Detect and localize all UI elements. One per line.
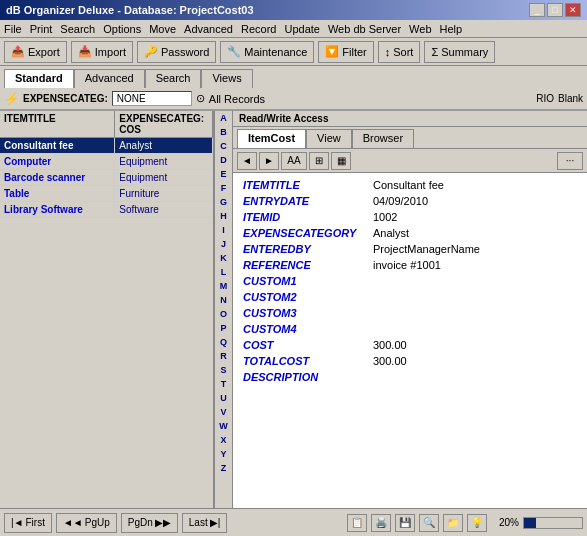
text-size-button[interactable]: AA <box>281 152 307 170</box>
blank-label: Blank <box>558 93 583 104</box>
maximize-button[interactable]: □ <box>547 3 563 17</box>
first-icon: |◄ <box>11 517 24 528</box>
field-label: ENTEREDBY <box>243 243 373 255</box>
alpha-i[interactable]: I <box>215 223 232 237</box>
toolbar: 📤 Export 📥 Import 🔑 Password 🔧 Maintenan… <box>0 38 587 66</box>
field-value: 1002 <box>373 211 577 223</box>
expensecategory-value[interactable]: NONE <box>112 91 192 106</box>
menu-options[interactable]: Options <box>103 23 141 35</box>
tab-views[interactable]: Views <box>201 69 252 88</box>
alpha-y[interactable]: Y <box>215 447 232 461</box>
alpha-a[interactable]: A <box>215 111 232 125</box>
right-panel: Read/Write Access ItemCost View Browser … <box>233 111 587 508</box>
alpha-f[interactable]: F <box>215 181 232 195</box>
window-controls[interactable]: _ □ ✕ <box>529 3 581 17</box>
last-button[interactable]: Last ▶| <box>182 513 228 533</box>
alpha-u[interactable]: U <box>215 391 232 405</box>
rio-label: RIO <box>536 93 554 104</box>
alpha-l[interactable]: L <box>215 265 232 279</box>
maintenance-button[interactable]: 🔧 Maintenance <box>220 41 314 63</box>
record-field: ITEMID 1002 <box>243 211 577 223</box>
alpha-h[interactable]: H <box>215 209 232 223</box>
field-value: 300.00 <box>373 339 577 351</box>
summary-button[interactable]: Σ Summary <box>424 41 495 63</box>
table-row[interactable]: Barcode scanner Equipment <box>0 170 213 186</box>
password-button[interactable]: 🔑 Password <box>137 41 216 63</box>
grid-view-button[interactable]: ⊞ <box>309 152 329 170</box>
sort-button[interactable]: ↕ Sort <box>378 41 421 63</box>
pgup-button[interactable]: ◄◄ PgUp <box>56 513 117 533</box>
field-value: invoice #1001 <box>373 259 577 271</box>
list-view-button[interactable]: ▦ <box>331 152 351 170</box>
tab-advanced[interactable]: Advanced <box>74 69 145 88</box>
alpha-o[interactable]: O <box>215 307 232 321</box>
table-row[interactable]: Library Software Software <box>0 202 213 218</box>
field-label: REFERENCE <box>243 259 373 271</box>
first-button[interactable]: |◄ First <box>4 513 52 533</box>
alpha-q[interactable]: Q <box>215 335 232 349</box>
record-field: EXPENSECATEGORY Analyst <box>243 227 577 239</box>
alpha-w[interactable]: W <box>215 419 232 433</box>
menu-move[interactable]: Move <box>149 23 176 35</box>
record-field: ENTEREDBY ProjectManagerName <box>243 243 577 255</box>
alpha-j[interactable]: J <box>215 237 232 251</box>
cell-title: Computer <box>0 154 115 169</box>
alpha-n[interactable]: N <box>215 293 232 307</box>
nav-prev-button[interactable]: ◄ <box>237 152 257 170</box>
alpha-c[interactable]: C <box>215 139 232 153</box>
sort-icon: ↕ <box>385 46 391 58</box>
table-row[interactable]: Consultant fee Analyst <box>0 138 213 154</box>
table-row[interactable]: Computer Equipment <box>0 154 213 170</box>
alpha-g[interactable]: G <box>215 195 232 209</box>
status-folder-button[interactable]: 📁 <box>443 514 463 532</box>
alpha-x[interactable]: X <box>215 433 232 447</box>
record-view: ITEMTITLE Consultant fee ENTRYDATE 04/09… <box>233 173 587 508</box>
right-tabs: ItemCost View Browser <box>233 127 587 149</box>
alpha-r[interactable]: R <box>215 349 232 363</box>
status-copy-button[interactable]: 📋 <box>347 514 367 532</box>
status-print-button[interactable]: 🖨️ <box>371 514 391 532</box>
last-icon: ▶| <box>210 517 221 528</box>
menu-webdbserver[interactable]: Web db Server <box>328 23 401 35</box>
menu-help[interactable]: Help <box>440 23 463 35</box>
table-row[interactable]: Table Furniture <box>0 186 213 202</box>
tab-standard[interactable]: Standard <box>4 69 74 88</box>
status-lamp-button[interactable]: 💡 <box>467 514 487 532</box>
status-search-button[interactable]: 🔍 <box>419 514 439 532</box>
export-button[interactable]: 📤 Export <box>4 41 67 63</box>
menu-record[interactable]: Record <box>241 23 276 35</box>
alpha-z[interactable]: Z <box>215 461 232 475</box>
menu-print[interactable]: Print <box>30 23 53 35</box>
alpha-p[interactable]: P <box>215 321 232 335</box>
status-save-button[interactable]: 💾 <box>395 514 415 532</box>
menu-search[interactable]: Search <box>60 23 95 35</box>
menu-update[interactable]: Update <box>284 23 319 35</box>
alpha-m[interactable]: M <box>215 279 232 293</box>
field-label: EXPENSECATEGORY <box>243 227 373 239</box>
expand-button[interactable]: ··· <box>557 152 583 170</box>
tab-view[interactable]: View <box>306 129 352 148</box>
alpha-v[interactable]: V <box>215 405 232 419</box>
alpha-e[interactable]: E <box>215 167 232 181</box>
record-field: CUSTOM4 <box>243 323 577 335</box>
alpha-s[interactable]: S <box>215 363 232 377</box>
alpha-t[interactable]: T <box>215 377 232 391</box>
close-button[interactable]: ✕ <box>565 3 581 17</box>
alpha-k[interactable]: K <box>215 251 232 265</box>
tab-browser[interactable]: Browser <box>352 129 414 148</box>
menu-file[interactable]: File <box>4 23 22 35</box>
pgdn-button[interactable]: PgDn ▶▶ <box>121 513 178 533</box>
grid-body: Consultant fee Analyst Computer Equipmen… <box>0 138 213 508</box>
menu-bar: File Print Search Options Move Advanced … <box>0 20 587 38</box>
field-label: CUSTOM1 <box>243 275 373 287</box>
nav-next-button[interactable]: ► <box>259 152 279 170</box>
alpha-d[interactable]: D <box>215 153 232 167</box>
tab-itemcost[interactable]: ItemCost <box>237 129 306 148</box>
import-button[interactable]: 📥 Import <box>71 41 133 63</box>
minimize-button[interactable]: _ <box>529 3 545 17</box>
menu-advanced[interactable]: Advanced <box>184 23 233 35</box>
menu-web[interactable]: Web <box>409 23 431 35</box>
tab-search[interactable]: Search <box>145 69 202 88</box>
filter-button[interactable]: 🔽 Filter <box>318 41 373 63</box>
alpha-b[interactable]: B <box>215 125 232 139</box>
